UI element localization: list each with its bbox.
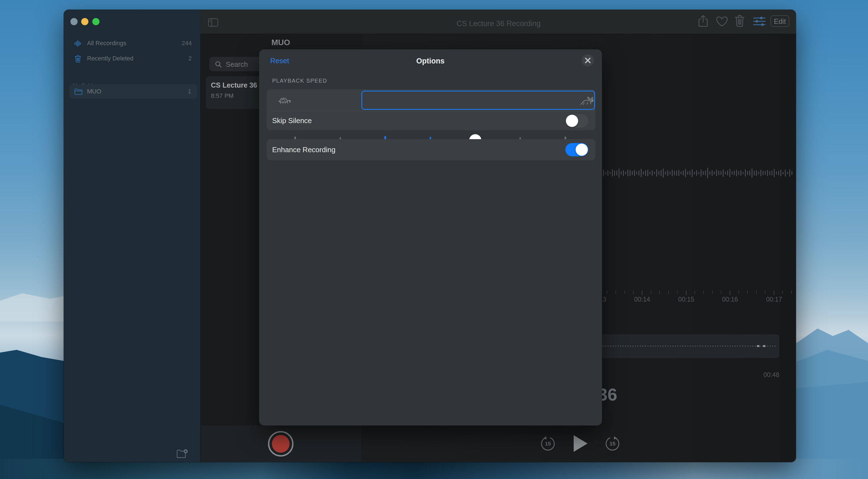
zoom-window-button[interactable] (92, 18, 99, 25)
close-icon (582, 54, 594, 66)
playback-speed-group: Skip Silence (267, 89, 595, 130)
options-dialog: Reset Options PLAYBACK SPEED (259, 49, 602, 425)
options-sliders-icon[interactable] (753, 17, 766, 26)
tortoise-icon (278, 95, 293, 105)
record-button-core (272, 435, 289, 453)
close-window-button[interactable] (70, 18, 78, 25)
dialog-title: Options (416, 57, 444, 65)
sidebar-item-label: MUO (87, 84, 101, 99)
waveform-icon (74, 40, 82, 47)
toggle-sidebar-icon[interactable] (208, 18, 218, 27)
enhance-recording-toggle[interactable] (565, 143, 588, 156)
skip-back-15-icon[interactable]: 15 (541, 436, 555, 451)
sidebar-item-label: Recently Deleted (87, 52, 133, 65)
duration-label: 00:48 (724, 371, 779, 379)
sidebar-item-muo-folder[interactable]: MUO 1 (69, 84, 197, 99)
toggle-knob (576, 144, 588, 156)
hare-icon (580, 95, 595, 106)
ruler-label: 00:15 (678, 296, 694, 303)
sidebar-item-label: All Recordings (87, 36, 126, 50)
skip-forward-15-icon[interactable]: 15 (605, 436, 620, 451)
share-icon[interactable] (698, 15, 709, 27)
reset-button[interactable]: Reset (270, 57, 289, 65)
search-icon (215, 61, 222, 68)
play-icon[interactable] (572, 435, 589, 452)
recording-item-title: CS Lecture 36 (211, 81, 257, 89)
edit-button[interactable]: Edit (770, 15, 789, 27)
ruler-label: 00:16 (722, 296, 738, 303)
overview-marker (763, 345, 766, 347)
window-title: CS Lecture 36 Recording (457, 20, 540, 28)
sidebar-item-count: 1 (188, 84, 191, 99)
row-divider (272, 111, 595, 111)
sidebar-item-recently-deleted[interactable]: Recently Deleted 2 (64, 52, 200, 65)
svg-text:15: 15 (545, 441, 551, 447)
overview-marker (757, 345, 760, 347)
ruler-label: 00:14 (634, 296, 650, 303)
playback-speed-section-label: PLAYBACK SPEED (272, 78, 327, 84)
skip-silence-toggle[interactable] (565, 114, 588, 127)
recording-item-time: 8:57 PM (211, 92, 234, 99)
delete-trash-icon[interactable] (735, 15, 745, 27)
favorite-heart-icon[interactable] (716, 16, 728, 27)
record-button[interactable] (268, 431, 293, 456)
enhance-recording-label: Enhance Recording (272, 146, 335, 154)
desktop: { "window": { "title": "CS Lecture 36 Re… (0, 0, 868, 479)
speed-slider-focus-ring (362, 91, 595, 110)
skip-silence-label: Skip Silence (272, 116, 312, 125)
close-dialog-button[interactable] (582, 54, 594, 66)
sidebar-item-count: 244 (182, 36, 192, 50)
svg-text:15: 15 (610, 441, 616, 447)
sidebar-item-count: 2 (188, 52, 192, 65)
sidebar: All Recordings 244 Recently Deleted 2 My… (64, 10, 200, 462)
minimize-window-button[interactable] (81, 18, 88, 25)
new-folder-icon[interactable] (176, 448, 188, 459)
enhance-recording-group: Enhance Recording (267, 139, 595, 160)
sidebar-item-all-recordings[interactable]: All Recordings 244 (64, 36, 200, 50)
folder-icon (74, 88, 83, 95)
ruler-label: 00:17 (766, 296, 782, 303)
list-header-title: MUO (271, 38, 290, 47)
trash-icon (74, 55, 81, 63)
toggle-knob (566, 115, 578, 127)
